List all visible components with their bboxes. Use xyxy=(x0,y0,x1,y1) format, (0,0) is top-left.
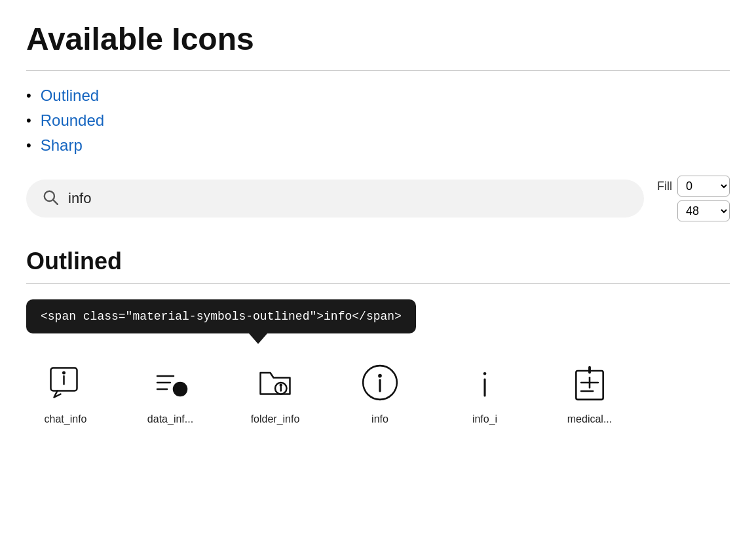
search-row: Fill 0 1 24 36 48 xyxy=(26,176,730,221)
icons-grid: chat_info i data_inf... folder_info xyxy=(26,360,730,425)
nav-link-outlined[interactable]: Outlined xyxy=(41,86,99,105)
nav-link-rounded[interactable]: Rounded xyxy=(41,111,104,130)
svg-point-16 xyxy=(483,372,487,375)
svg-point-4 xyxy=(63,372,65,374)
folder-info-icon xyxy=(252,360,298,406)
fill-label: Fill xyxy=(657,180,672,193)
page-title: Available Icons xyxy=(26,21,730,57)
fill-row: Fill 0 1 xyxy=(657,176,730,197)
icon-item-data-info[interactable]: i data_inf... xyxy=(131,360,210,425)
chat-info-icon xyxy=(43,360,88,406)
svg-point-14 xyxy=(379,375,381,377)
svg-point-11 xyxy=(280,385,282,386)
search-bar xyxy=(26,180,644,218)
section-divider xyxy=(26,283,730,284)
info-icon xyxy=(357,360,403,406)
icon-item-chat-info[interactable]: chat_info xyxy=(26,360,105,425)
info-i-icon xyxy=(462,360,508,406)
header-divider xyxy=(26,70,730,71)
search-icon xyxy=(42,189,59,208)
nav-link-sharp[interactable]: Sharp xyxy=(41,136,83,155)
data-info-icon: i xyxy=(147,360,193,406)
size-row: 24 36 48 xyxy=(677,200,730,221)
fill-controls: Fill 0 1 24 36 48 xyxy=(657,176,730,221)
icon-item-info-i[interactable]: info_i xyxy=(445,360,524,425)
search-input[interactable] xyxy=(68,190,628,207)
icon-item-folder-info[interactable]: folder_info xyxy=(236,360,314,425)
svg-text:i: i xyxy=(178,385,180,394)
icon-label-folder-info: folder_info xyxy=(251,413,300,425)
nav-item-rounded[interactable]: Rounded xyxy=(26,111,730,130)
icon-label-medical: medical... xyxy=(567,413,612,425)
section-title: Outlined xyxy=(26,248,730,275)
svg-line-1 xyxy=(53,200,58,204)
tooltip-wrapper: <span class="material-symbols-outlined">… xyxy=(26,299,416,344)
medical-icon xyxy=(567,360,613,406)
nav-item-outlined[interactable]: Outlined xyxy=(26,86,730,105)
nav-item-sharp[interactable]: Sharp xyxy=(26,136,730,155)
icon-item-info[interactable]: info xyxy=(341,360,419,425)
icon-label-info: info xyxy=(371,413,388,425)
icon-item-medical[interactable]: medical... xyxy=(550,360,629,425)
icon-label-data-info: data_inf... xyxy=(147,413,193,425)
fill-select[interactable]: 0 1 xyxy=(677,176,730,197)
size-select[interactable]: 24 36 48 xyxy=(677,200,730,221)
tooltip-arrow xyxy=(249,333,267,344)
variant-list: Outlined Rounded Sharp xyxy=(26,86,730,155)
tooltip-box: <span class="material-symbols-outlined">… xyxy=(26,299,416,333)
icon-label-info-i: info_i xyxy=(472,413,497,425)
icon-label-chat-info: chat_info xyxy=(45,413,87,425)
